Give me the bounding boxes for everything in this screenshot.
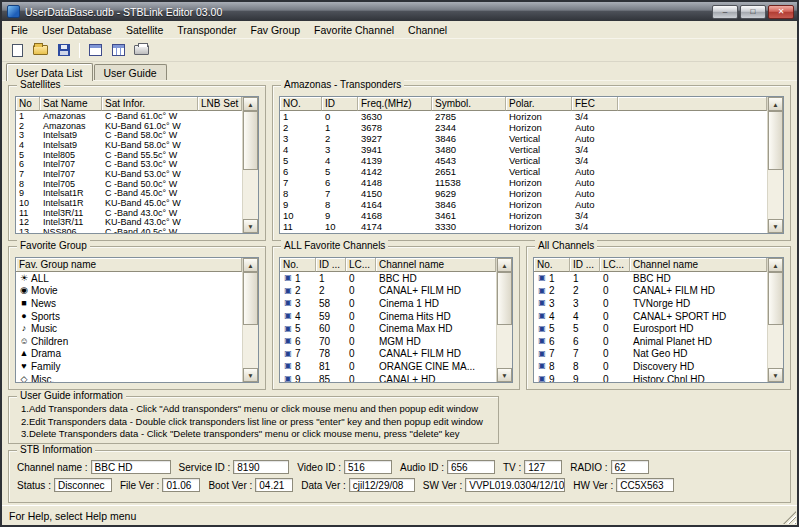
maximize-button[interactable]: □	[740, 5, 766, 19]
close-button[interactable]: ✕	[768, 5, 794, 19]
menu-file[interactable]: File	[4, 22, 35, 38]
table-row[interactable]: 10Intelsat1RKU-Band 45.0c° W	[16, 198, 242, 208]
save-button[interactable]	[53, 41, 74, 60]
table-row[interactable]: ▣5600Cinema Max HD	[280, 322, 496, 335]
table-row[interactable]: ▣6700MGM HD	[280, 335, 496, 348]
table-row[interactable]: ■News	[16, 297, 242, 310]
scroll-up-icon[interactable]: ▲	[243, 258, 258, 272]
column-header[interactable]: Symbol.	[432, 97, 506, 111]
table-row[interactable]: ▲Drama	[16, 348, 242, 361]
column-header[interactable]: No.	[534, 258, 570, 272]
table-row[interactable]: 5441394543Vertical3/4	[280, 155, 767, 166]
vertical-scrollbar[interactable]: ▲ ▼	[242, 258, 258, 382]
table-row[interactable]: 7Intel707KU-Band 53.0c° W	[16, 169, 242, 179]
scrollbar-track[interactable]	[243, 272, 258, 368]
column-header[interactable]: ID ...	[316, 258, 346, 272]
table-row[interactable]: 6Intel707C -Band 53.0c° W	[16, 159, 242, 169]
table-row[interactable]: ♪Music	[16, 322, 242, 335]
scroll-up-icon[interactable]: ▲	[768, 258, 783, 272]
table-row[interactable]: 9Intelsat1RC -Band 45.0c° W	[16, 189, 242, 199]
table-row[interactable]: ◇Misc.	[16, 373, 242, 382]
column-header[interactable]: FEC	[572, 97, 618, 111]
table-row[interactable]: 5Intel805C -Band 55.5c° W	[16, 150, 242, 160]
menu-favorite-channel[interactable]: Favorite Channel	[307, 22, 401, 38]
column-header[interactable]: NO.	[280, 97, 322, 111]
vertical-scrollbar[interactable]: ▲ ▼	[767, 258, 783, 382]
table-row[interactable]: ☀ALL	[16, 272, 242, 285]
table-row[interactable]: ☺Children	[16, 335, 242, 348]
table-row[interactable]: ♥Family	[16, 360, 242, 373]
scrollbar-thumb[interactable]	[768, 272, 783, 325]
print-button[interactable]	[131, 41, 152, 60]
new-document-button[interactable]	[7, 41, 28, 60]
table-row[interactable]: ▣330TVNorge HD	[534, 297, 767, 310]
column-header[interactable]: Sat Name	[40, 97, 102, 111]
table-row[interactable]: ▣4590Cinema Hits HD	[280, 310, 496, 323]
column-header[interactable]: LC...	[346, 258, 376, 272]
scroll-up-icon[interactable]: ▲	[497, 258, 512, 272]
menu-transponder[interactable]: Transponder	[170, 22, 243, 38]
table-row[interactable]: 3239273846VerticalAuto	[280, 133, 767, 144]
table-row[interactable]: 2136782344HorizonAuto	[280, 122, 767, 133]
scrollbar-thumb[interactable]	[768, 111, 783, 170]
table-row[interactable]: 2AmazonasKU-Band 61.0c° W	[16, 121, 242, 131]
table-row[interactable]: 111041743330Horizon3/4	[280, 221, 767, 232]
scroll-down-icon[interactable]: ▼	[243, 368, 258, 382]
vertical-scrollbar[interactable]: ▲ ▼	[242, 97, 258, 233]
scroll-down-icon[interactable]: ▼	[243, 219, 258, 233]
scroll-up-icon[interactable]: ▲	[768, 97, 783, 111]
column-header[interactable]: Fav. Group name	[16, 258, 242, 272]
table-row[interactable]: ▣110BBC HD	[534, 272, 767, 285]
table-row[interactable]: 11Intel3R/11C -Band 43.0c° W	[16, 208, 242, 218]
scrollbar-track[interactable]	[768, 111, 783, 219]
open-file-button[interactable]	[30, 41, 51, 60]
table-row[interactable]: 76414811538HorizonAuto	[280, 177, 767, 188]
table-row[interactable]: ▣770Nat Geo HD	[534, 348, 767, 361]
table-row[interactable]: ▣550Eurosport HD	[534, 322, 767, 335]
tab-user-guide[interactable]: User Guide	[94, 64, 167, 80]
menu-fav-group[interactable]: Fav Group	[243, 22, 307, 38]
table-row[interactable]: ▣9850CANAL+ HD	[280, 373, 496, 382]
column-header[interactable]: Freq.(MHz)	[358, 97, 432, 111]
scroll-down-icon[interactable]: ▼	[768, 219, 783, 233]
table-row[interactable]: 10941683461Horizon3/4	[280, 210, 767, 221]
column-header[interactable]: LNB Set	[198, 97, 242, 111]
table-row[interactable]: 8741509629HorizonAuto	[280, 188, 767, 199]
table-row[interactable]: ▣8810ORANGE CINE MA...	[280, 360, 496, 373]
table-row[interactable]: 3Intelsat9C -Band 58.0c° W	[16, 130, 242, 140]
table-row[interactable]: ▣3580Cinema 1 HD	[280, 297, 496, 310]
vertical-scrollbar[interactable]: ▲ ▼	[767, 97, 783, 233]
column-header[interactable]: No.	[280, 258, 316, 272]
scroll-down-icon[interactable]: ▼	[497, 368, 512, 382]
table-row[interactable]: ▣990History Chnl HD	[534, 373, 767, 382]
column-header[interactable]: LC...	[600, 258, 630, 272]
table-row[interactable]: ◉Movie	[16, 285, 242, 298]
minimize-button[interactable]: –	[712, 5, 738, 19]
column-header[interactable]: ID	[322, 97, 358, 111]
app-icon[interactable]	[7, 5, 20, 18]
table-row[interactable]: ▣880Discovery HD	[534, 360, 767, 373]
column-header[interactable]	[618, 97, 767, 111]
table-row[interactable]: 13NSS806C -Band 40.5c° W	[16, 227, 242, 233]
table-row[interactable]: 9841643846HorizonAuto	[280, 199, 767, 210]
table-row[interactable]: ▣440CANAL+ SPORT HD	[534, 310, 767, 323]
table-row[interactable]: ▣110BBC HD	[280, 272, 496, 285]
scroll-down-icon[interactable]: ▼	[768, 368, 783, 382]
table-row[interactable]: 1AmazonasC -Band 61.0c° W	[16, 111, 242, 121]
column-header[interactable]: Channel name	[630, 258, 767, 272]
table-row[interactable]: 1036302785Horizon3/4	[280, 111, 767, 122]
table-row[interactable]: ▣660Animal Planet HD	[534, 335, 767, 348]
table-row[interactable]: 6541422651VerticalAuto	[280, 166, 767, 177]
scrollbar-thumb[interactable]	[243, 111, 258, 170]
column-header[interactable]: No	[16, 97, 40, 111]
scrollbar-thumb[interactable]	[243, 272, 258, 325]
table-row[interactable]: 8Intel705C -Band 50.0c° W	[16, 179, 242, 189]
table-row[interactable]: ▣220CANAL+ FILM HD	[534, 285, 767, 298]
table-row[interactable]: ●Sports	[16, 310, 242, 323]
table-row[interactable]: 4339413480Vertical3/4	[280, 144, 767, 155]
resize-grip[interactable]	[783, 511, 796, 524]
scrollbar-track[interactable]	[497, 272, 512, 368]
scrollbar-thumb[interactable]	[497, 272, 512, 325]
menu-channel[interactable]: Channel	[401, 22, 454, 38]
column-header[interactable]: Channel name	[376, 258, 496, 272]
